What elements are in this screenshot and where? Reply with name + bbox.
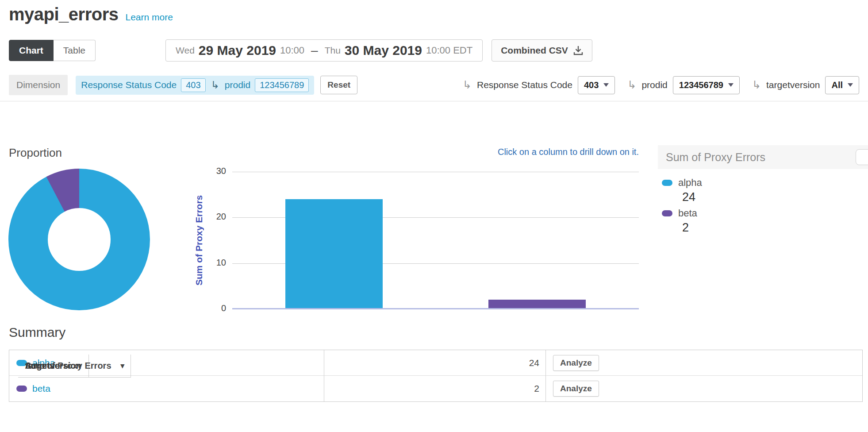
legend-item: alpha [662,177,868,189]
table-row-beta-label: beta [9,376,324,401]
column-header-actions: Actions [18,355,61,378]
page-title: myapi_errors [9,4,118,24]
caret-down-icon [728,83,734,87]
filter-targetversion: ↳ targetversion All [752,76,859,94]
y-tick-20: 20 [205,212,226,222]
bar-beta[interactable] [488,300,586,309]
filter-name: targetversion [766,80,820,90]
filter-response-status-code: ↳ Response Status Code 403 [463,76,615,94]
chart-legend: Sum of Proxy Errors alpha 24 beta 2 [658,145,868,238]
bar-alpha[interactable] [285,199,383,309]
y-axis-label: Sum of Proxy Errors [194,172,204,309]
legend-collapse-button[interactable] [856,149,868,165]
table-row-alpha-value: 24 [324,350,546,376]
view-toggle: Chart Table [9,40,96,61]
bar-chart: 30 20 10 0 [232,172,639,309]
table-row-alpha-actions: Analyze [546,350,862,376]
drilldown-hint: Click on a column to drill down on it. [498,147,639,157]
start-day: Wed [176,45,195,56]
breadcrumb-value[interactable]: 403 [181,78,205,92]
filter-selected-value: 403 [584,80,599,90]
legend-item: beta [662,208,868,219]
level-down-icon: ↳ [210,79,220,91]
legend-label: beta [678,208,697,219]
dimension-label: Dimension [9,75,68,95]
summary-title: Summary [9,325,65,340]
donut-svg [8,168,150,311]
filter-selected-value: 123456789 [679,80,723,90]
toolbar: Chart Table Wed 29 May 2019 10:00 – Thu … [9,39,859,62]
table-row-beta-value: 2 [324,376,546,401]
gridline-30 [232,172,639,172]
y-tick-0: 0 [205,303,226,313]
combined-csv-label: Combined CSV [501,45,568,56]
level-down-icon: ↳ [627,79,636,91]
filter-controls: ↳ Response Status Code 403 ↳ prodid 1234… [457,76,859,94]
filter-select-prodid[interactable]: 123456789 [673,76,740,94]
y-tick-30: 30 [205,166,226,176]
filter-prodid: ↳ prodid 123456789 [627,76,740,94]
color-swatch-beta [16,386,27,392]
breadcrumb-name: prodid [225,80,250,90]
filter-select-response-status-code[interactable]: 403 [578,76,615,94]
analyze-button-beta[interactable]: Analyze [553,381,599,397]
page-header: myapi_errors Learn more [9,4,173,24]
level-down-icon: ↳ [752,79,761,91]
filter-selected-value: All [831,80,843,90]
filter-select-targetversion[interactable]: All [825,76,859,94]
combined-csv-button[interactable]: Combined CSV [492,39,592,62]
color-swatch-beta [662,210,672,216]
end-date: 30 May 2019 [345,43,422,58]
legend-value: 24 [682,190,868,204]
proportion-title: Proportion [9,146,62,160]
caret-down-icon [848,83,853,87]
x-axis-baseline [232,308,639,309]
sort-desc-icon: ▾ [121,361,125,370]
chart-view-button[interactable]: Chart [9,40,54,61]
drilldown-breadcrumb[interactable]: Response Status Code 403 ↳ prodid 123456… [76,76,314,95]
start-date: 29 May 2019 [199,43,276,58]
level-down-icon: ↳ [463,79,472,91]
filter-name: prodid [641,80,667,90]
y-tick-10: 10 [205,258,226,268]
learn-more-link[interactable]: Learn more [125,12,173,23]
legend-title: Sum of Proxy Errors [666,151,765,164]
report-page: myapi_errors Learn more Chart Table Wed … [0,0,868,432]
filter-name: Response Status Code [477,80,572,90]
date-range-picker[interactable]: Wed 29 May 2019 10:00 – Thu 30 May 2019 … [165,39,483,62]
legend-value: 2 [682,221,868,235]
table-row-beta-actions: Analyze [546,376,862,401]
end-day: Thu [325,45,341,56]
legend-header: Sum of Proxy Errors [658,145,868,169]
download-icon [573,46,583,55]
start-time: 10:00 [280,45,304,56]
color-swatch-alpha [662,180,672,186]
section-divider [0,101,868,101]
legend-label: alpha [678,177,702,189]
legend-items: alpha 24 beta 2 [658,169,868,235]
caret-down-icon [603,83,609,87]
proportion-donut-chart[interactable] [8,168,150,311]
breadcrumb-value[interactable]: 123456789 [255,78,309,92]
reset-button[interactable]: Reset [320,76,357,94]
dimension-bar: Dimension Response Status Code 403 ↳ pro… [9,74,859,96]
table-view-button[interactable]: Table [54,40,96,61]
analyze-button-alpha[interactable]: Analyze [553,355,599,371]
date-range-separator: – [308,43,321,58]
end-time: 10:00 EDT [426,45,472,56]
summary-table: targetversion Sum of Proxy Errors ▾ Acti… [9,350,863,402]
breadcrumb-name: Response Status Code [81,80,177,90]
row-link-beta[interactable]: beta [32,383,50,394]
